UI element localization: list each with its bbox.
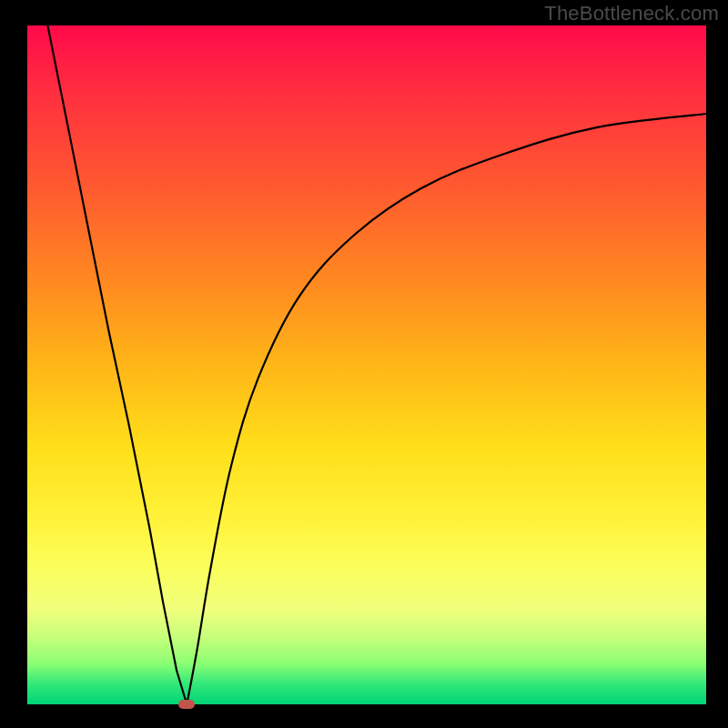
watermark-text: TheBottleneck.com	[544, 2, 719, 25]
curve-right-branch	[187, 114, 706, 704]
chart-frame: TheBottleneck.com	[0, 0, 728, 728]
curve-left-branch	[47, 25, 187, 704]
minimum-marker	[178, 700, 195, 709]
plot-area	[27, 25, 706, 704]
bottleneck-curve	[27, 25, 706, 704]
